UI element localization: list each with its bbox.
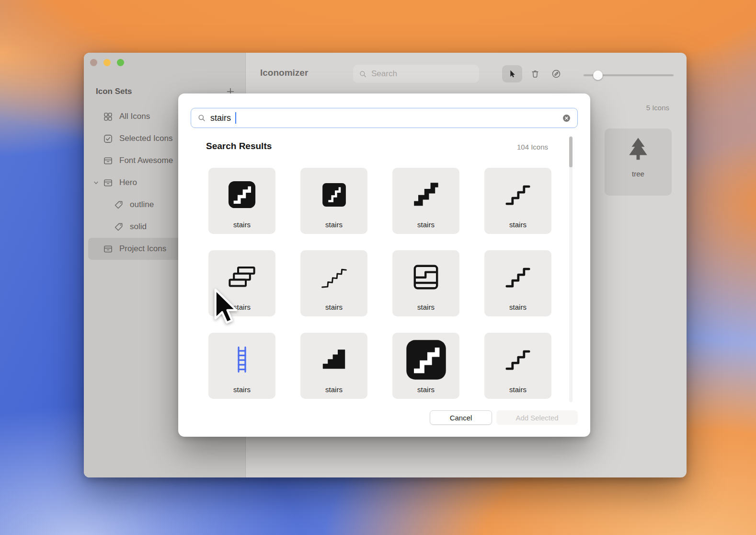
icon-label: stairs [484,221,551,229]
icon-result[interactable]: stairs [300,168,367,234]
icon-result[interactable]: stairs [392,250,459,316]
cancel-button[interactable]: Cancel [430,410,492,425]
icon-label: stairs [208,385,275,394]
close-button[interactable] [90,59,97,66]
archive-box-icon [103,178,113,188]
results-count: 104 Icons [517,143,548,151]
ladder-icon [227,345,257,374]
stairs-steps-line-icon [503,344,533,375]
collection-icon-tree[interactable]: tree [605,128,672,196]
sidebar-item-label: Font Awesome [119,156,173,165]
icon-label: stairs [300,385,367,394]
sidebar-item-label: Hero [119,178,137,187]
collection-count: 5 Icons [646,104,669,112]
icon-result[interactable]: stairs [392,168,459,234]
icon-label: stairs [392,303,459,311]
stairs-steps-line-icon [503,262,533,292]
tree-icon [624,136,653,167]
icon-label: stairs [208,221,275,229]
stairs-square-solid-icon [226,179,258,210]
scrollbar-track[interactable] [569,136,573,402]
icon-label: stairs [484,385,551,394]
search-results-grid: stairs stairs stairs stairs stairs [208,168,551,399]
icon-result[interactable]: stairs [392,333,459,399]
chevron-down-icon[interactable] [92,179,100,187]
modal-search-input[interactable]: stairs [191,108,578,128]
archive-box-icon [103,156,113,166]
minimize-button[interactable] [103,59,111,66]
pencil-circle-icon [551,69,561,79]
zoom-slider-thumb[interactable] [593,70,603,80]
sidebar-item-label: All Icons [119,112,150,121]
scrollbar-thumb[interactable] [569,137,573,167]
icon-label: stairs [484,303,551,311]
icon-label: stairs [392,221,459,229]
tag-icon [114,222,124,232]
cursor-icon [507,69,517,79]
zoom-slider[interactable] [584,70,674,81]
window-controls [90,59,124,66]
delete-button[interactable] [526,65,545,82]
select-cursor-button[interactable] [502,65,522,82]
icon-label: tree [632,170,644,178]
add-selected-button[interactable]: Add Selected [496,410,578,425]
icon-result[interactable]: stairs [300,333,367,399]
zoom-button[interactable] [117,59,124,66]
sidebar-item-label: Selected Icons [119,134,173,143]
sidebar-item-label: outline [130,200,154,209]
checkbox-icon [103,134,113,144]
stairs-steps-line-icon [503,179,533,210]
archive-box-icon [103,244,113,254]
stairs-square-solid-large-icon [403,337,449,383]
clear-search-button[interactable] [562,114,571,123]
icon-result[interactable]: stairs [484,168,551,234]
icon-result[interactable]: stairs [484,250,551,316]
icon-result[interactable]: stairs [208,333,275,399]
tag-icon [114,200,124,210]
trash-icon [530,69,540,79]
stairs-zigzag-icon [317,260,351,294]
annotate-button[interactable] [547,65,566,82]
window-title: Iconomizer [260,68,308,78]
results-header: Search Results [206,141,272,151]
mouse-cursor [212,288,239,325]
sidebar-item-label: Project Icons [119,244,166,254]
icon-result[interactable]: stairs [300,250,367,316]
icon-label: stairs [392,385,459,394]
sidebar-item-label: solid [130,222,147,232]
stairs-steps-bold-icon [411,179,441,210]
text-caret [235,112,236,124]
icon-search-dialog: stairs Search Results 104 Icons stairs s… [178,93,590,437]
search-value: stairs [210,113,231,123]
toolbar-search-placeholder: Search [371,69,397,79]
stairs-filled-icon [319,344,349,375]
toolbar-search-field[interactable]: Search [353,65,479,83]
search-icon [197,114,206,122]
icon-label: stairs [300,303,367,311]
icon-label: stairs [300,221,367,229]
icon-result[interactable]: stairs [208,168,275,234]
icon-result[interactable]: stairs [484,333,551,399]
stairs-square-solid-alt-icon [320,180,349,209]
grid-icon [103,112,113,122]
stairs-floorplan-icon [411,262,441,292]
search-icon [359,70,367,78]
